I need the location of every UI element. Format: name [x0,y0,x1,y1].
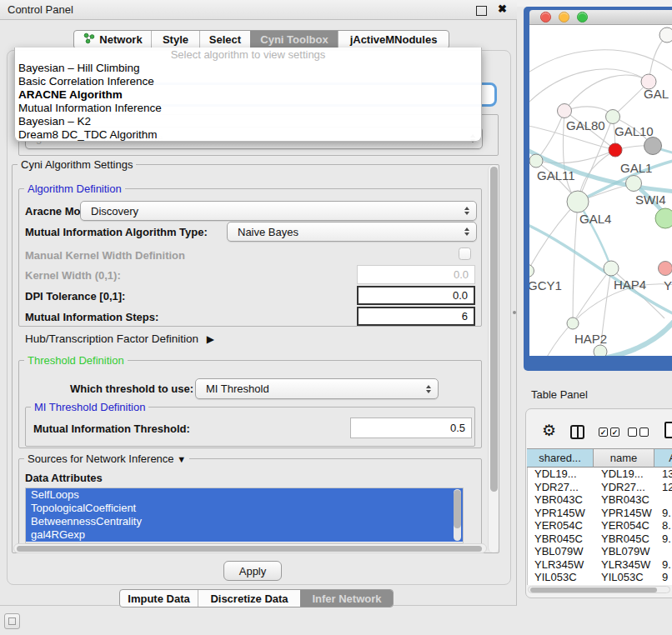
table-horizontal-scrollbar[interactable] [528,586,670,593]
table-row[interactable]: YIL053CYIL053C9 [528,571,672,584]
select-all-icon[interactable]: ✓✓ [599,428,619,437]
algorithm-dropdown-popup: Select algorithm to view settings Bayesi… [14,48,482,142]
threshold-definition-title: Threshold Definition [24,354,128,367]
algorithm-option[interactable]: Bayesian – K2 [15,115,481,128]
which-threshold-label: Which threshold to use: [70,382,193,395]
stepper-arrows-icon [426,385,431,393]
sources-group-label: Sources for Network Inference [28,452,174,465]
tab-discretize-data[interactable]: Discretize Data [198,590,300,607]
table-row[interactable]: YER054CYER054C8. [528,519,672,532]
attribute-list-item[interactable]: BetweennessCentrality [26,515,463,528]
algorithm-option[interactable]: Mutual Information Inference [15,102,481,115]
float-window-icon[interactable] [476,6,487,16]
stepper-arrows-icon [464,228,469,236]
mi-type-label: Mutual Information Algorithm Type: [25,226,208,238]
tab-style[interactable]: Style [151,31,199,48]
close-red-icon[interactable] [540,12,551,22]
tab-select[interactable]: Select [199,31,250,48]
table-row[interactable]: YDL19...YDL19...13 [528,468,672,481]
table-row[interactable]: YBR045CYBR045C9. [528,532,672,546]
hub-section-toggle[interactable]: Hub/Transcription Factor Definition ▶ [25,332,214,345]
network-node-label: Y [664,278,672,292]
column-header-2[interactable]: name [594,448,654,468]
panel-divider-handle[interactable] [513,311,516,314]
tab-cyni-toolbox[interactable]: Cyni Toolbox [250,31,338,48]
zoom-green-icon[interactable] [577,12,588,22]
table-cell: 8. [655,519,672,532]
table-cell: YPR145W [594,507,655,520]
attribute-list-item[interactable]: SelfLoops [26,488,463,502]
table-row[interactable]: YLR345WYLR345W9. [528,558,672,572]
table-cell: 13 [655,468,672,481]
network-node-hap4[interactable] [604,261,619,276]
network-node-gal4[interactable] [567,191,589,212]
algorithm-option[interactable]: Basic Correlation Inference [15,75,481,88]
mi-threshold-group-title: MI Threshold Definition [31,401,148,413]
algorithm-option[interactable]: Bayesian – Hill Climbing [15,62,481,75]
mi-threshold-label: Mutual Information Threshold: [33,422,190,435]
attribute-list-item[interactable]: TopologicalCoefficient [26,502,463,515]
tab-impute-data[interactable]: Impute Data [120,590,198,607]
network-node-gal80[interactable] [558,104,572,118]
unselect-all-icon[interactable] [628,428,649,437]
control-panel-title: Control Panel [0,3,73,16]
network-node[interactable] [659,28,672,42]
split-table-icon[interactable] [570,425,584,439]
column-header-3[interactable]: A [654,448,672,468]
network-svg: GALGAL80GAL10GAL1GAL11SWI4GAL4GCY1HAP4YH… [529,25,672,356]
manual-kernel-checkbox[interactable] [459,248,471,260]
table-cell: YIL053C [594,571,655,584]
network-node-hap2[interactable] [567,318,579,329]
kernel-width-field[interactable]: 0.0 [357,265,475,284]
column-header-1[interactable]: shared... [527,448,594,468]
mi-steps-field[interactable]: 6 [357,307,475,326]
network-node[interactable] [594,345,607,356]
top-tab-strip: NetworkStyleSelectCyni ToolboxjActiveMNo… [73,30,449,49]
which-threshold-select[interactable]: MI Threshold [195,378,439,399]
network-node-gal11[interactable] [529,154,543,168]
data-attributes-list[interactable]: SelfLoopsTopologicalCoefficientBetweenne… [25,488,464,543]
network-node[interactable] [644,138,662,155]
settings-gear-icon[interactable]: ⚙ [542,422,556,439]
network-canvas[interactable]: GALGAL80GAL10GAL1GAL11SWI4GAL4GCY1HAP4YH… [529,25,672,356]
aracne-mode-select[interactable]: Discovery [80,201,477,221]
settings-vertical-scrollbar[interactable] [488,165,499,552]
tab-network[interactable]: Network [74,31,151,48]
tab-jactivemnodules[interactable]: jActiveMNodules [338,31,449,48]
document-icon[interactable] [664,422,672,438]
table-row[interactable]: YPR145WYPR145W9. [528,507,672,520]
algorithm-option[interactable]: Dream8 DC_TDC Algorithm [15,128,481,142]
network-node[interactable] [655,208,672,228]
network-node-y[interactable] [659,262,672,276]
table-cell: 9. [655,507,672,520]
network-node-gal1[interactable] [609,143,622,157]
network-node-gcy1[interactable] [529,265,534,278]
close-icon[interactable]: ✖ [498,2,507,15]
manual-kernel-label: Manual Kernel Width Definition [25,249,185,262]
table-header: shared...nameA [527,448,672,468]
network-window-titlebar[interactable] [529,10,672,25]
sources-group-title[interactable]: Sources for Network Inference ▼ [24,452,189,465]
table-row[interactable]: YDR27...YDR27...12 [528,481,672,494]
network-node-swi4[interactable] [626,176,642,192]
network-node-label: GAL [644,87,669,101]
settings-horizontal-scrollbar[interactable] [13,543,487,553]
table-cell: YER054C [594,519,655,532]
table-row[interactable]: YBR043CYBR043C [528,493,672,507]
collapsed-arrow-icon: ▶ [207,333,214,345]
attribute-list-item[interactable]: gal4RGexp [26,528,463,542]
table-cell: YDR27... [528,481,594,494]
mi-threshold-field[interactable]: 0.5 [350,418,472,438]
mi-type-select[interactable]: Naive Bayes [227,222,477,242]
network-edge [529,223,672,315]
tab-infer-network[interactable]: Infer Network [300,590,393,607]
restore-panel-button[interactable] [4,613,20,629]
attributes-list-scrollbar[interactable] [454,489,461,541]
dpi-tolerance-field[interactable]: 0.0 [357,286,475,305]
network-icon [83,32,95,47]
network-node-gal10[interactable] [606,110,620,124]
table-row[interactable]: YBL079WYBL079W [528,545,672,558]
apply-button[interactable]: Apply [223,561,282,581]
minimize-yellow-icon[interactable] [559,12,569,22]
algorithm-option[interactable]: ARACNE Algorithm [15,88,481,102]
